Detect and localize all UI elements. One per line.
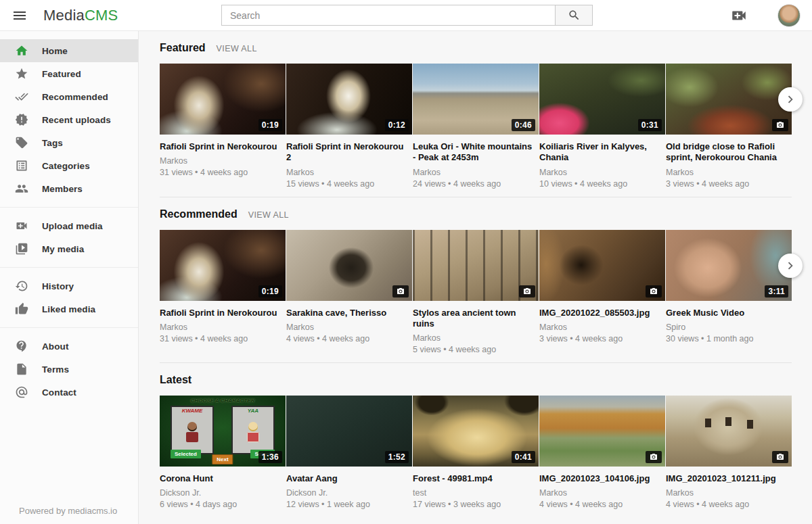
media-title[interactable]: Old bridge close to Rafioli sprint, Nero… [666,141,792,164]
media-thumbnail[interactable]: 0:19 [160,230,286,301]
media-thumbnail[interactable] [539,396,665,467]
sidebar-item-categories[interactable]: Categories [0,154,138,177]
media-thumbnail[interactable]: 0:31 [539,64,665,135]
media-card[interactable]: 0:12Rafioli Sprint in Nerokourou 2Markos… [286,64,412,189]
sidebar-item-terms[interactable]: Terms [0,358,138,381]
sidebar-item-recommended[interactable]: Recommended [0,85,138,108]
media-title[interactable]: Rafioli Sprint in Nerokourou [160,141,286,152]
view-all-link[interactable]: VIEW ALL [217,44,257,53]
media-author[interactable]: Markos [539,323,665,332]
sidebar-item-label: My media [42,244,84,254]
logo[interactable]: MediaCMS [43,7,118,24]
user-avatar[interactable] [777,4,800,27]
media-card[interactable]: 0:19Rafioli Sprint in NerokourouMarkos31… [160,64,286,189]
media-title[interactable]: IMG_20201023_104106.jpg [539,473,665,484]
media-author[interactable]: Dickson Jr. [160,488,286,498]
media-thumbnail[interactable]: CHOOSE A CHARACTERKWAMEYAASelectedNextSe… [160,396,286,467]
media-card[interactable]: 0:41Forest - 49981.mp4test17 views • 3 w… [413,396,539,509]
media-views-date: 4 views • 4 weeks ago [666,500,792,509]
media-card[interactable]: 0:19Rafioli Sprint in NerokourouMarkos31… [160,230,286,355]
logo-text-2: CMS [85,7,118,24]
media-author[interactable]: Markos [413,168,539,177]
media-title[interactable]: Leuka Ori - White mountains - Peak at 24… [413,141,539,164]
camera-icon [776,121,784,129]
game-character-name: YAA [233,408,273,414]
media-card[interactable]: IMG_20201023_104106.jpgMarkos4 views • 4… [539,396,665,509]
media-title[interactable]: Greek Music Video [666,308,792,318]
media-card[interactable]: IMG_20201022_085503.jpgMarkos3 views • 4… [539,230,665,355]
media-author[interactable]: Markos [286,323,412,332]
new-releases-icon [15,113,28,126]
game-character-box-right: YAA [231,406,275,454]
media-author[interactable]: Markos [286,168,412,177]
media-thumbnail[interactable] [413,230,539,301]
media-author[interactable]: Markos [666,488,792,498]
header-actions [730,0,800,31]
media-thumbnail[interactable]: 0:46 [413,64,539,135]
sidebar-item-label: Liked media [42,304,95,314]
media-title[interactable]: Avatar Aang [286,473,412,484]
media-thumbnail[interactable]: 0:12 [286,64,412,135]
media-title[interactable]: IMG_20201023_101211.jpg [666,473,792,484]
media-card[interactable]: Stylos area ancient town ruinsMarkos5 vi… [413,230,539,355]
history-icon [15,279,28,293]
media-thumbnail[interactable]: 3:11 [666,230,792,301]
media-thumbnail[interactable]: 1:52 [286,396,412,467]
media-author[interactable]: Markos [666,168,792,177]
media-author[interactable]: Markos [160,156,286,166]
media-title[interactable]: Sarakina cave, Therisso [286,308,412,318]
duration-badge: 1:36 [258,451,282,463]
menu-button[interactable] [11,7,28,24]
media-title[interactable]: Stylos area ancient town ruins [413,308,539,330]
sidebar-item-my-media[interactable]: My media [0,237,138,260]
sidebar-item-members[interactable]: Members [0,177,138,200]
media-author[interactable]: Markos [413,333,539,343]
media-card[interactable]: 3:11Greek Music VideoSpiro30 views • 1 m… [666,230,792,355]
media-author[interactable]: test [413,488,539,498]
media-thumbnail[interactable] [286,230,412,301]
scroll-next-button[interactable] [778,87,803,112]
view-all-link[interactable]: VIEW ALL [248,210,289,220]
media-card[interactable]: 0:46Leuka Ori - White mountains - Peak a… [413,64,539,189]
media-title[interactable]: Forest - 49981.mp4 [413,473,539,484]
media-title[interactable]: IMG_20201022_085503.jpg [539,308,665,318]
media-author[interactable]: Markos [539,168,665,177]
sidebar-item-contact[interactable]: Contact [0,381,138,404]
media-author[interactable]: Markos [160,323,286,332]
media-title[interactable]: Rafioli Sprint in Nerokourou 2 [286,141,412,164]
thumb-up-icon [15,302,28,316]
media-thumbnail[interactable] [539,230,665,301]
sidebar-item-liked-media[interactable]: Liked media [0,297,138,320]
upload-media-button[interactable] [730,7,748,24]
sidebar-item-home[interactable]: Home [0,39,138,62]
media-thumbnail[interactable] [666,64,792,135]
media-card[interactable]: IMG_20201023_101211.jpgMarkos4 views • 4… [666,396,792,509]
media-card[interactable]: 0:31Koiliaris River in Kalyves, ChaniaMa… [539,64,665,189]
search-button[interactable] [556,5,593,26]
media-title[interactable]: Rafioli Sprint in Nerokourou [160,308,286,318]
sidebar-item-history[interactable]: History [0,275,138,297]
media-thumbnail[interactable] [666,396,792,467]
sidebar-item-upload-media[interactable]: Upload media [0,214,138,237]
media-thumbnail[interactable]: 0:19 [160,64,286,135]
media-thumbnail[interactable]: 0:41 [413,396,539,467]
media-author[interactable]: Spiro [666,323,792,332]
search-input[interactable] [221,5,556,26]
sidebar-item-featured[interactable]: Featured [0,62,138,85]
scroll-next-button[interactable] [778,254,803,278]
media-author[interactable]: Dickson Jr. [286,488,412,498]
section-featured: FeaturedVIEW ALL0:19Rafioli Sprint in Ne… [160,31,792,197]
media-views-date: 15 views • 4 weeks ago [286,179,412,189]
sidebar-item-tags[interactable]: Tags [0,131,138,154]
sidebar-item-recent-uploads[interactable]: Recent uploads [0,108,138,131]
file-icon [15,362,28,376]
media-title[interactable]: Corona Hunt [160,473,286,484]
media-card[interactable]: Sarakina cave, TherissoMarkos4 views • 4… [286,230,412,355]
sidebar-item-about[interactable]: About [0,335,138,358]
media-card[interactable]: Old bridge close to Rafioli sprint, Nero… [666,64,792,189]
media-title[interactable]: Koiliaris River in Kalyves, Chania [539,141,665,164]
media-card[interactable]: 1:52Avatar AangDickson Jr.12 views • 1 w… [286,396,412,509]
logo-text-1: Media [43,7,85,24]
media-card[interactable]: CHOOSE A CHARACTERKWAMEYAASelectedNextSe… [160,396,286,509]
media-author[interactable]: Markos [539,488,665,498]
